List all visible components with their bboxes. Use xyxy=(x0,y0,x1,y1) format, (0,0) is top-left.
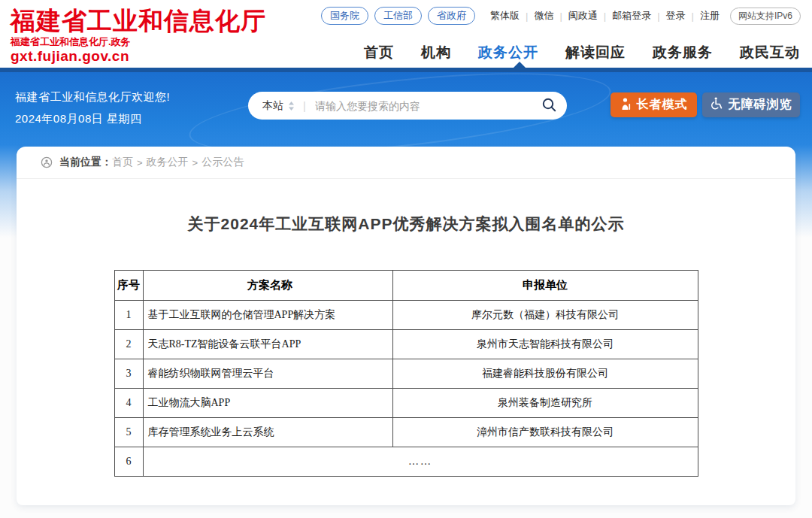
location-icon xyxy=(41,156,53,168)
link-register[interactable]: 注册 xyxy=(700,9,720,23)
link-traditional-chinese[interactable]: 繁体版 xyxy=(490,9,520,23)
column-header-applicant: 申报单位 xyxy=(392,271,698,301)
content-card: 当前位置： 首页 > 政务公开 > 公示公告 关于2024年工业互联网APP优秀… xyxy=(17,147,795,505)
table-row: 3 睿能纺织物联网管理云平台 福建睿能科技股份有限公司 xyxy=(114,359,698,389)
welcome-text: 福建省工业和信息化厅欢迎您! xyxy=(15,90,170,105)
quick-links: 繁体版 | 微信 | 闽政通 | 邮箱登录 | 登录 | 注册 xyxy=(490,9,720,23)
table-row: 2 天志R8-TZ智能设备云联平台APP 泉州市天志智能科技有限公司 xyxy=(114,330,698,359)
breadcrumb-item-gov-info[interactable]: 政务公开 xyxy=(147,156,189,169)
breadcrumb-label: 当前位置： xyxy=(59,156,112,169)
table-row: 5 库存管理系统业务上云系统 漳州市信产数联科技有限公司 xyxy=(114,418,698,447)
page-title: 关于2024年工业互联网APP优秀解决方案拟入围名单的公示 xyxy=(17,214,795,235)
nav-item-interpretation[interactable]: 解读回应 xyxy=(565,43,626,62)
search-scope-label: 本站 xyxy=(262,99,283,113)
table-row: 6 …… xyxy=(114,447,698,477)
cell-no: 5 xyxy=(114,418,143,447)
site-url: gxt.fujian.gov.cn xyxy=(11,48,266,65)
sort-icon xyxy=(288,101,295,111)
link-minzhengtong[interactable]: 闽政通 xyxy=(568,9,598,23)
nav-item-services[interactable]: 政务服务 xyxy=(653,43,713,62)
table-header-row: 序号 方案名称 申报单位 xyxy=(114,271,698,301)
cell-solution-name: 库存管理系统业务上云系统 xyxy=(143,418,392,447)
elder-mode-button[interactable]: 长者模式 xyxy=(611,92,697,117)
main-nav: 首页 机构 政务公开 解读回应 政务服务 政民互动 xyxy=(364,43,800,62)
column-header-no: 序号 xyxy=(114,271,143,301)
nav-item-gov-info[interactable]: 政务公开 xyxy=(478,43,538,62)
site-header: 福建省工业和信息化厅 福建省工业和信息化厅.政务 gxt.fujian.gov.… xyxy=(0,0,812,72)
site-title: 福建省工业和信息化厅 xyxy=(11,7,266,35)
cell-no: 2 xyxy=(114,330,143,359)
divider: | xyxy=(686,11,700,22)
search-scope-select[interactable]: 本站 xyxy=(262,99,295,113)
accessibility-label: 无障碍浏览 xyxy=(729,97,792,113)
nav-item-org[interactable]: 机构 xyxy=(421,43,451,62)
cell-solution-name: 天志R8-TZ智能设备云联平台APP xyxy=(143,330,392,359)
search-button[interactable] xyxy=(541,97,557,115)
top-utility-bar: 国务院 工信部 省政府 繁体版 | 微信 | 闽政通 | 邮箱登录 | 登录 |… xyxy=(321,7,801,25)
link-wechat[interactable]: 微信 xyxy=(534,9,553,23)
search-bar: 本站 | xyxy=(248,92,567,120)
breadcrumb-item-announcements[interactable]: 公示公告 xyxy=(201,156,244,169)
breadcrumb: 当前位置： 首页 > 政务公开 > 公示公告 xyxy=(17,147,795,179)
site-subtitle: 福建省工业和信息化厅.政务 xyxy=(11,36,266,48)
link-login[interactable]: 登录 xyxy=(666,9,686,23)
divider: | xyxy=(598,11,612,22)
cell-solution-name: 工业物流大脑APP xyxy=(143,389,392,418)
accessibility-button[interactable]: 无障碍浏览 xyxy=(702,92,800,117)
cell-no: 4 xyxy=(114,389,143,418)
nav-underline-bar xyxy=(0,68,812,72)
cell-no: 1 xyxy=(114,301,143,330)
search-icon xyxy=(541,97,557,115)
cell-solution-name: 睿能纺织物联网管理云平台 xyxy=(143,359,392,389)
link-miit[interactable]: 工信部 xyxy=(374,7,422,25)
breadcrumb-separator: > xyxy=(189,157,202,168)
cell-applicant: 摩尔元数（福建）科技有限公司 xyxy=(392,301,698,330)
elder-mode-label: 长者模式 xyxy=(637,97,688,113)
divider: | xyxy=(651,11,665,22)
cell-applicant: 福建睿能科技股份有限公司 xyxy=(392,359,698,389)
divider: | xyxy=(520,11,534,22)
divider: | xyxy=(553,11,568,22)
site-logo[interactable]: 福建省工业和信息化厅 福建省工业和信息化厅.政务 gxt.fujian.gov.… xyxy=(11,7,266,65)
cell-applicant: 泉州装备制造研究所 xyxy=(392,389,698,418)
cell-applicant: 泉州市天志智能科技有限公司 xyxy=(392,330,698,359)
cell-no: 3 xyxy=(114,359,143,389)
nav-item-home[interactable]: 首页 xyxy=(364,43,394,62)
ipv6-badge[interactable]: 网站支持IPv6 xyxy=(730,8,801,25)
cell-solution-name: 基于工业互联网的仓储管理APP解决方案 xyxy=(143,301,392,330)
page: 福建省工业和信息化厅 福建省工业和信息化厅.政务 gxt.fujian.gov.… xyxy=(0,0,812,518)
search-input[interactable] xyxy=(306,100,541,112)
breadcrumb-item-home[interactable]: 首页 xyxy=(112,156,133,169)
cell-applicant: 漳州市信产数联科技有限公司 xyxy=(392,418,698,447)
link-mail-login[interactable]: 邮箱登录 xyxy=(612,9,651,23)
table-row: 1 基于工业互联网的仓储管理APP解决方案 摩尔元数（福建）科技有限公司 xyxy=(114,301,698,330)
date-text: 2024年08月08日 星期四 xyxy=(15,112,141,126)
column-header-solution-name: 方案名称 xyxy=(143,271,392,301)
table-row: 4 工业物流大脑APP 泉州装备制造研究所 xyxy=(114,389,698,418)
nav-active-pointer-icon xyxy=(514,62,526,68)
link-provincial-gov[interactable]: 省政府 xyxy=(428,7,475,25)
elder-icon xyxy=(620,98,632,113)
cell-ellipsis: …… xyxy=(143,447,698,477)
announcement-table: 序号 方案名称 申报单位 1 基于工业互联网的仓储管理APP解决方案 摩尔元数（… xyxy=(114,270,698,477)
cell-no: 6 xyxy=(114,447,143,477)
breadcrumb-separator: > xyxy=(133,157,147,168)
link-state-council[interactable]: 国务院 xyxy=(321,7,368,25)
accessibility-icon xyxy=(710,97,723,113)
nav-item-interaction[interactable]: 政民互动 xyxy=(740,43,800,62)
